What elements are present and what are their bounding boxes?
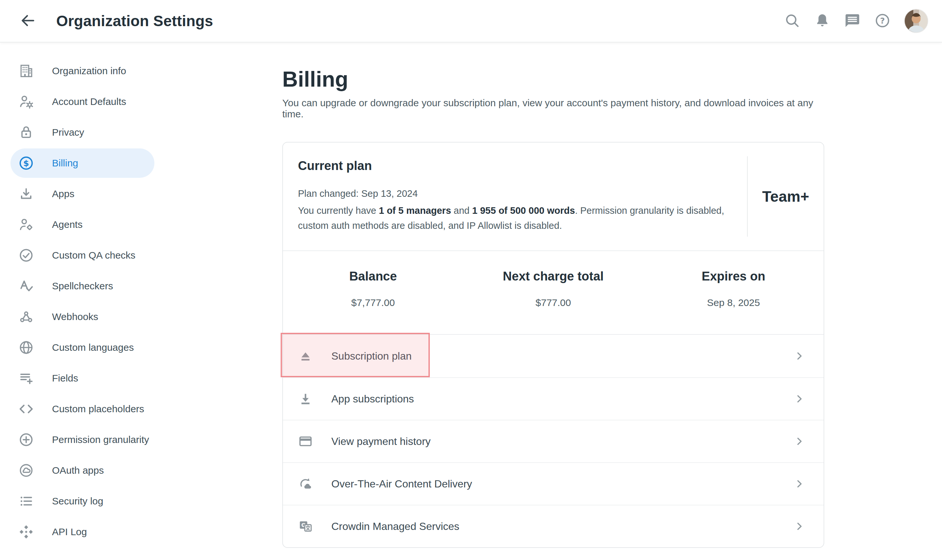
chevron-right-icon [794, 435, 805, 447]
notifications-button[interactable] [814, 12, 831, 29]
row-label: View payment history [331, 435, 431, 448]
lock-icon [19, 125, 34, 140]
globe-icon [19, 340, 34, 355]
sidebar-item-label: API Log [52, 526, 87, 537]
plus-circle-icon [19, 432, 34, 448]
notifications-bell-icon [814, 12, 831, 30]
sidebar-item-spellcheckers[interactable]: Spellcheckers [11, 271, 154, 301]
sidebar-item-webhooks[interactable]: Webhooks [11, 302, 154, 331]
stat-label: Expires on [643, 269, 823, 283]
sidebar-item-oauth-apps[interactable]: OAuth apps [11, 456, 154, 485]
dollar-circle-icon: $ [19, 155, 34, 171]
spellcheck-icon [19, 278, 34, 294]
translate-icon: G [298, 519, 313, 534]
search-button[interactable] [784, 12, 801, 29]
chevron-right-icon [794, 520, 805, 532]
sidebar-item-label: Custom QA checks [52, 250, 136, 261]
sidebar-item-label: Webhooks [52, 311, 98, 322]
row-subscription-plan[interactable]: Subscription plan [283, 335, 823, 377]
bulleted-list-icon [19, 493, 34, 509]
sidebar-item-agents[interactable]: Agents [11, 210, 154, 239]
billing-main: Billing You can upgrade or downgrade you… [282, 43, 824, 548]
building-icon [19, 63, 34, 79]
back-button[interactable] [19, 12, 37, 30]
stat-next-charge: Next charge total $777.00 [463, 251, 643, 334]
sidebar-item-privacy[interactable]: Privacy [11, 118, 154, 147]
sidebar-item-label: Organization info [52, 65, 126, 77]
current-plan-heading: Current plan [298, 159, 729, 173]
billing-actions-list: Subscription plan App subscriptions [283, 335, 823, 547]
sidebar-item-label: Fields [52, 373, 78, 384]
cloud-circle-icon [19, 463, 34, 478]
sidebar-item-label: Apps [52, 188, 74, 199]
sidebar-item-label: Agents [52, 219, 82, 230]
chevron-right-icon [794, 350, 805, 362]
page-title: Organization Settings [56, 12, 213, 30]
svg-text:?: ? [880, 16, 885, 25]
help-button[interactable]: ? [874, 12, 891, 29]
sidebar-item-fields[interactable]: Fields [11, 363, 154, 393]
sidebar-item-apps[interactable]: Apps [11, 179, 154, 209]
sidebar-item-organization-info[interactable]: Organization info [11, 56, 154, 86]
stat-balance: Balance $7,777.00 [283, 251, 463, 334]
sidebar-item-account-defaults[interactable]: Account Defaults [11, 87, 154, 116]
messages-button[interactable] [844, 12, 861, 29]
sidebar-item-label: Spellcheckers [52, 280, 113, 292]
row-app-subscriptions[interactable]: App subscriptions [283, 377, 823, 420]
sidebar-item-label: Billing [52, 158, 78, 169]
search-icon [784, 12, 800, 30]
sidebar-item-label: Permission granularity [52, 434, 149, 445]
top-bar: Organization Settings [0, 0, 942, 43]
sidebar-item-label: Custom languages [52, 342, 134, 353]
billing-subtitle: You can upgrade or downgrade your subscr… [282, 97, 824, 120]
stat-value: $7,777.00 [283, 297, 463, 308]
help-icon: ? [874, 12, 891, 30]
sidebar-item-billing[interactable]: $ Billing [11, 148, 154, 178]
back-arrow-icon [19, 12, 36, 30]
settings-sidebar: Organization info Account Defaults [0, 43, 170, 548]
check-circle-icon [19, 248, 34, 263]
row-label: Subscription plan [331, 350, 412, 362]
sidebar-item-label: Privacy [52, 127, 84, 138]
row-view-payment-history[interactable]: View payment history [283, 420, 823, 462]
ota-cloud-sync-icon [298, 476, 313, 491]
stat-value: $777.00 [463, 297, 643, 308]
current-plan-section: Current plan Plan changed: Sep 13, 2024 … [283, 143, 823, 251]
svg-text:$: $ [23, 158, 29, 168]
stat-label: Balance [283, 269, 463, 283]
row-label: Over-The-Air Content Delivery [331, 478, 472, 490]
list-plus-icon [19, 371, 34, 386]
eject-icon [298, 348, 313, 363]
diamonds-icon [19, 524, 34, 540]
stat-label: Next charge total [463, 269, 643, 283]
download-tray-icon [19, 186, 34, 202]
plan-usage-text: You currently have 1 of 5 managers and 1… [298, 203, 729, 233]
sidebar-item-permission-granularity[interactable]: Permission granularity [11, 425, 154, 454]
chevron-right-icon [794, 393, 805, 405]
sidebar-item-custom-qa-checks[interactable]: Custom QA checks [11, 241, 154, 270]
row-label: Crowdin Managed Services [331, 520, 459, 532]
top-actions: ? [784, 9, 928, 33]
row-ota-content-delivery[interactable]: Over-The-Air Content Delivery [283, 462, 823, 505]
sidebar-item-label: Custom placeholders [52, 403, 144, 414]
sidebar-item-custom-placeholders[interactable]: Custom placeholders [11, 394, 154, 424]
download-icon [298, 391, 313, 406]
code-brackets-icon [19, 401, 34, 417]
sidebar-item-label: OAuth apps [52, 465, 104, 476]
user-avatar[interactable] [904, 9, 928, 33]
webhook-icon [19, 309, 34, 325]
chat-icon [844, 12, 860, 30]
chevron-right-icon [794, 478, 805, 490]
user-cube-icon [19, 217, 34, 232]
sidebar-item-label: Account Defaults [52, 96, 126, 107]
usage-segment: and [451, 205, 472, 216]
row-crowdin-managed-services[interactable]: G Crowdin Managed Services [283, 505, 823, 547]
stat-expires-on: Expires on Sep 8, 2025 [643, 251, 823, 334]
sidebar-item-api-log[interactable]: API Log [11, 517, 154, 546]
plan-changed-text: Plan changed: Sep 13, 2024 [298, 186, 729, 201]
user-gear-icon [19, 94, 34, 109]
sidebar-item-custom-languages[interactable]: Custom languages [11, 333, 154, 362]
sidebar-item-security-log[interactable]: Security log [11, 486, 154, 516]
stat-value: Sep 8, 2025 [643, 297, 823, 308]
usage-segment: You currently have [298, 205, 379, 216]
